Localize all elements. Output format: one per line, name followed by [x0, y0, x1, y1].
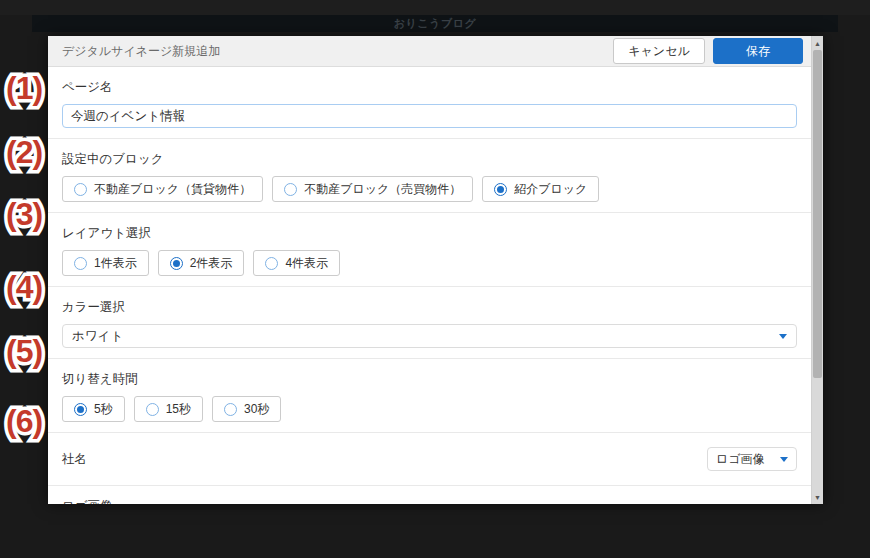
section-block: 設定中のブロック 不動産ブロック（賃貸物件） 不動産ブロック（売買物件） 紹介ブ… — [48, 139, 811, 213]
radio-time-15s[interactable]: 15秒 — [134, 396, 203, 422]
radio-icon — [224, 403, 237, 416]
annotation-1: (1)(1) — [6, 72, 42, 104]
page-name-input[interactable] — [62, 104, 797, 128]
color-select[interactable]: ホワイト — [62, 324, 797, 348]
radio-layout-4[interactable]: 4件表示 — [253, 250, 340, 276]
background-page-header: おりこうブログ — [32, 15, 838, 32]
radio-icon — [170, 257, 183, 270]
modal-body: ページ名 設定中のブロック 不動産ブロック（賃貸物件） 不動産ブロック（売買物件… — [48, 67, 811, 504]
radio-time-5s[interactable]: 5秒 — [62, 396, 125, 422]
radio-layout-1[interactable]: 1件表示 — [62, 250, 149, 276]
section-company: 社名 ロゴ画像 — [48, 433, 811, 486]
radio-block-intro[interactable]: 紹介ブロック — [482, 176, 599, 202]
radio-label: 2件表示 — [190, 255, 233, 272]
company-label: 社名 — [62, 451, 87, 468]
scroll-up-icon[interactable]: ▲ — [812, 37, 823, 49]
annotation-6: (6)(6) — [6, 405, 42, 437]
radio-label: 30秒 — [244, 401, 269, 418]
radio-label: 不動産ブロック（賃貸物件） — [94, 181, 251, 198]
section-switch-time: 切り替え時間 5秒 15秒 30秒 — [48, 359, 811, 433]
annotation-3: (3)(3) — [6, 198, 42, 230]
radio-label: 15秒 — [166, 401, 191, 418]
annotation-4: (4)(4) — [6, 271, 42, 303]
section-color: カラー選択 ホワイト — [48, 287, 811, 359]
chevron-down-icon — [780, 457, 788, 462]
scroll-down-icon[interactable]: ▼ — [812, 491, 823, 503]
radio-icon — [146, 403, 159, 416]
radio-block-sale[interactable]: 不動産ブロック（売買物件） — [272, 176, 473, 202]
radio-label: 1件表示 — [94, 255, 137, 272]
block-label: 設定中のブロック — [62, 151, 797, 168]
radio-label: 不動産ブロック（売買物件） — [304, 181, 461, 198]
company-type-select[interactable]: ロゴ画像 — [707, 447, 797, 471]
radio-time-30s[interactable]: 30秒 — [212, 396, 281, 422]
radio-label: 紹介ブロック — [514, 181, 587, 198]
background-top-strip — [0, 0, 870, 15]
background-page-title: おりこうブログ — [394, 16, 476, 31]
annotation-5: (5)(5) — [6, 335, 42, 367]
radio-label: 4件表示 — [285, 255, 328, 272]
cancel-button[interactable]: キャンセル — [613, 38, 705, 64]
radio-icon — [74, 183, 87, 196]
radio-icon — [494, 183, 507, 196]
radio-icon — [74, 403, 87, 416]
switch-time-radio-group: 5秒 15秒 30秒 — [62, 396, 797, 422]
radio-icon — [74, 257, 87, 270]
modal-scrollbar[interactable]: ▲ ▼ — [811, 36, 823, 504]
radio-layout-2[interactable]: 2件表示 — [158, 250, 245, 276]
logo-label: ロゴ画像 — [62, 498, 797, 504]
radio-icon — [284, 183, 297, 196]
modal-title: デジタルサイネージ新規追加 — [62, 43, 613, 60]
chevron-down-icon — [779, 334, 787, 339]
section-layout: レイアウト選択 1件表示 2件表示 4件表示 — [48, 213, 811, 287]
section-logo: ロゴ画像 参照 保存箱 — [48, 486, 811, 504]
layout-label: レイアウト選択 — [62, 225, 797, 242]
annotation-2: (2)(2) — [6, 136, 42, 168]
save-button[interactable]: 保存 — [713, 38, 803, 64]
radio-icon — [265, 257, 278, 270]
color-select-value: ホワイト — [72, 328, 779, 345]
digital-signage-modal: デジタルサイネージ新規追加 キャンセル 保存 ページ名 設定中のブロック 不動産… — [48, 36, 823, 504]
layout-radio-group: 1件表示 2件表示 4件表示 — [62, 250, 797, 276]
scrollbar-thumb[interactable] — [813, 50, 822, 378]
company-type-select-value: ロゴ画像 — [716, 451, 780, 468]
modal-header: デジタルサイネージ新規追加 キャンセル 保存 — [48, 36, 823, 67]
block-radio-group: 不動産ブロック（賃貸物件） 不動産ブロック（売買物件） 紹介ブロック — [62, 176, 797, 202]
page-name-label: ページ名 — [62, 79, 797, 96]
section-page-name: ページ名 — [48, 67, 811, 139]
radio-block-rental[interactable]: 不動産ブロック（賃貸物件） — [62, 176, 263, 202]
radio-label: 5秒 — [94, 401, 113, 418]
switch-time-label: 切り替え時間 — [62, 371, 797, 388]
color-label: カラー選択 — [62, 299, 797, 316]
